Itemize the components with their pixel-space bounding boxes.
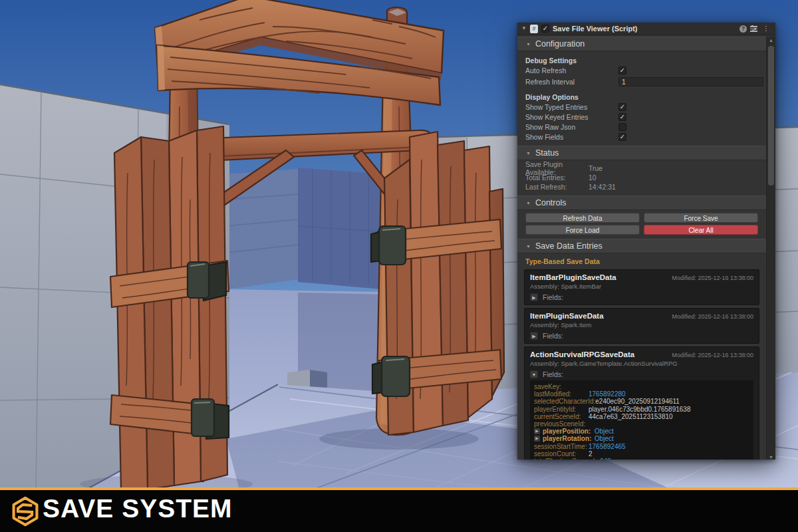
field-value: 1765892280	[589, 390, 626, 398]
field-value: 2	[589, 450, 593, 458]
show-keyed-entries-checkbox[interactable]	[618, 113, 626, 121]
field-row: ▶ playerRotation: Object	[534, 435, 749, 442]
fields-box: saveKey: lastModified: 1765892280 select…	[530, 380, 753, 460]
refresh-interval-row: Refresh Interval	[525, 76, 763, 87]
fields-label: Fields:	[543, 332, 563, 340]
status-value: 10	[589, 174, 597, 182]
toggle-label: Show Typed Entries	[525, 103, 618, 111]
save-entry-card: ActionSurvivalRPGSaveData Modified: 2025…	[524, 346, 759, 460]
field-key: playerEntityId:	[534, 406, 589, 413]
section-save-data-entries[interactable]: ▼ Save Data Entries	[517, 239, 766, 253]
help-icon[interactable]: ?	[739, 25, 747, 33]
fields-label: Fields:	[543, 293, 563, 301]
scroll-up-icon[interactable]: ▲	[767, 38, 775, 43]
field-value: 1765892465	[589, 443, 626, 450]
fields-foldout-icon[interactable]: ▶	[530, 293, 538, 301]
auto-refresh-checkbox[interactable]	[618, 66, 626, 74]
field-row: currentSceneId: 44ca7e63_20251123153810	[534, 413, 749, 420]
clear-all-button[interactable]: Clear All	[644, 225, 758, 235]
field-key: playerPosition:	[543, 428, 595, 435]
field-key: lastModified:	[534, 390, 589, 398]
toggle-row: Show Fields	[525, 132, 763, 142]
section-title: Controls	[535, 198, 567, 207]
save-system-logo	[11, 496, 40, 527]
context-menu-icon[interactable]: ⋮	[761, 25, 771, 32]
component-enabled-checkbox[interactable]	[541, 25, 549, 33]
presets-icon[interactable]	[750, 25, 757, 32]
entry-modified: Modified: 2025-12-16 13:38:00	[672, 313, 753, 320]
entry-assembly: Assembly: Spark.Item	[530, 321, 753, 329]
toggle-row: Show Raw Json	[525, 122, 763, 132]
refresh-interval-input[interactable]	[618, 77, 763, 86]
component-foldout-icon[interactable]: ▼	[521, 26, 527, 31]
show-typed-entries-checkbox[interactable]	[618, 103, 626, 111]
status-label: Total Entries:	[525, 174, 589, 182]
hinge-lower-left	[192, 399, 214, 436]
field-row: ▶ playerPosition: Object	[534, 428, 749, 435]
banner-title: SAVE SYSTEM	[43, 494, 233, 523]
field-value: Object	[595, 428, 614, 435]
foldout-icon: ▼	[526, 151, 531, 156]
right-door	[371, 132, 504, 435]
save-entry-card: ItemPluginSaveData Modified: 2025-12-16 …	[524, 308, 759, 344]
save-entry-card: ItemBarPluginSaveData Modified: 2025-12-…	[524, 269, 759, 305]
banner-accent-line	[0, 487, 798, 490]
section-title: Configuration	[535, 39, 585, 49]
component-title: Save File Viewer (Script)	[553, 25, 638, 33]
section-status[interactable]: ▼ Status	[517, 146, 766, 160]
field-value: 643	[600, 458, 611, 460]
toggle-label: Show Keyed Entries	[525, 113, 618, 121]
fields-foldout-icon[interactable]: ▶	[530, 332, 538, 340]
refresh-interval-label: Refresh Interval	[525, 78, 618, 86]
expand-icon[interactable]: ▶	[534, 436, 540, 442]
force-load-button[interactable]: Force Load	[525, 225, 640, 235]
entry-modified: Modified: 2025-12-16 13:38:00	[672, 275, 753, 281]
entry-name: ActionSurvivalRPGSaveData	[530, 350, 634, 358]
auto-refresh-row: Auto Refresh	[525, 65, 763, 75]
inspector-panel: ▼ # Save File Viewer (Script) ? ⋮ ▼ Conf…	[517, 23, 775, 460]
show-raw-json-checkbox[interactable]	[618, 123, 626, 131]
scrollbar-thumb[interactable]	[768, 46, 774, 186]
status-value: True	[589, 164, 602, 172]
expand-icon[interactable]: ▶	[534, 428, 540, 434]
field-value: 44ca7e63_20251123153810	[589, 413, 673, 420]
left-door	[110, 126, 229, 489]
status-label: Last Refresh:	[525, 183, 589, 191]
bottom-banner: SAVE SYSTEM	[0, 487, 798, 532]
field-row: sessionStartTime: 1765892465	[534, 443, 749, 450]
section-configuration[interactable]: ▼ Configuration	[517, 37, 766, 51]
field-key: sessionStartTime:	[534, 443, 589, 450]
field-key: playerRotation:	[543, 435, 595, 442]
field-key: previousSceneId:	[534, 420, 589, 428]
display-options-header: Display Options	[525, 93, 763, 102]
entry-modified: Modified: 2025-12-16 13:38:00	[672, 352, 753, 358]
show-fields-checkbox[interactable]	[618, 133, 626, 141]
entry-assembly: Assembly: Spark.ItemBar	[530, 283, 753, 291]
panel-scrollbar[interactable]: ▲ ▼	[766, 37, 775, 460]
hinge-upper-left	[188, 262, 209, 298]
field-key: saveKey:	[534, 383, 589, 390]
field-key: totalPlaytimeSeconds:	[534, 458, 600, 460]
section-controls[interactable]: ▼ Controls	[517, 196, 766, 210]
component-header[interactable]: ▼ # Save File Viewer (Script) ? ⋮	[517, 23, 775, 35]
force-save-button[interactable]: Force Save	[644, 213, 758, 223]
status-row: Total Entries: 10	[517, 173, 766, 182]
entry-assembly: Assembly: Spark.GameTemplate.ActionSurvi…	[530, 360, 753, 368]
scroll-down-icon[interactable]: ▼	[767, 455, 775, 460]
toggle-label: Show Raw Json	[525, 123, 618, 131]
field-value: player.046c73c9bbd0.1765891638	[589, 406, 690, 413]
hinge-lower-right	[382, 356, 410, 396]
section-title: Save Data Entries	[535, 241, 602, 251]
refresh-data-button[interactable]: Refresh Data	[525, 213, 640, 223]
status-value: 14:42:31	[589, 183, 616, 191]
script-icon: #	[530, 25, 538, 33]
status-row: Save Plugin Available: True	[517, 164, 766, 173]
field-key: currentSceneId:	[534, 413, 589, 420]
field-value: e240ec90_20250912194611	[595, 398, 680, 405]
foldout-icon: ▼	[526, 42, 531, 47]
section-title: Status	[535, 148, 559, 158]
field-row: previousSceneId:	[534, 420, 749, 428]
field-key: selectedCharacterId:	[534, 398, 595, 405]
screenshot-root: ▼ # Save File Viewer (Script) ? ⋮ ▼ Conf…	[0, 0, 798, 532]
fields-foldout-icon[interactable]: ▼	[530, 370, 538, 378]
